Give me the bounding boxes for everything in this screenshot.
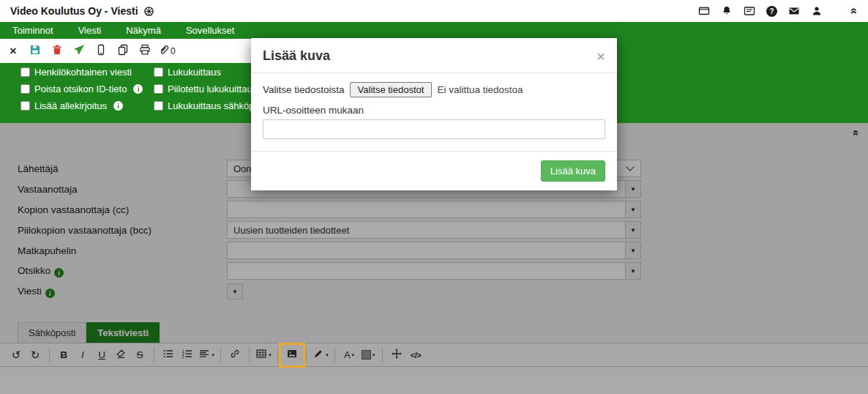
field-label: Vastaanottaja — [18, 184, 227, 195]
toolbar-separator — [249, 347, 250, 363]
image-url-input[interactable] — [263, 119, 605, 139]
align-button[interactable]: ▾ — [197, 346, 216, 364]
file-picker-label: Valitse tiedostoista — [263, 84, 345, 95]
user-icon[interactable] — [811, 5, 823, 17]
link-icon — [229, 348, 241, 362]
bold-button[interactable]: B — [54, 346, 73, 364]
dropdown-button[interactable]: ▼ — [625, 263, 640, 279]
subject-select[interactable]: ▼ — [227, 262, 641, 280]
redo-icon: ↻ — [31, 349, 40, 362]
collapse-top-icon[interactable]: « — [849, 8, 861, 15]
clear-formatting-button[interactable] — [111, 346, 130, 364]
chevron-down-icon[interactable] — [626, 163, 634, 171]
mail-icon[interactable] — [788, 5, 800, 17]
font-color-button[interactable]: A ▾ — [340, 346, 359, 364]
toolbar-separator — [277, 347, 278, 363]
file-picker-row: Valitse tiedostoista Valitse tiedostot E… — [263, 82, 605, 97]
dropdown-arrow-icon: ▼ — [630, 248, 636, 254]
checkbox[interactable] — [20, 101, 30, 111]
save-icon — [29, 44, 41, 58]
save-button[interactable] — [26, 42, 44, 60]
draw-button[interactable]: ▾ — [311, 346, 330, 364]
send-button[interactable] — [70, 42, 88, 60]
attachments-button[interactable]: 0 — [158, 42, 176, 60]
redo-button[interactable]: ↻ — [26, 346, 45, 364]
checkbox[interactable] — [154, 101, 163, 111]
attachment-count: 0 — [171, 46, 176, 56]
code-view-button[interactable]: </> — [406, 346, 425, 364]
dropdown-arrow-icon: ▼ — [630, 227, 636, 234]
dropdown-button[interactable]: ▼ — [625, 181, 640, 197]
option-lisaa-allekirjoitus[interactable]: Lisää allekirjoitus i — [20, 100, 154, 111]
display-icon[interactable] — [698, 5, 710, 17]
option-lukukuittaus[interactable]: Lukukuittaus — [154, 67, 257, 78]
align-left-icon — [198, 348, 210, 362]
print-button[interactable] — [136, 42, 154, 60]
background-color-button[interactable]: ▾ — [359, 346, 378, 364]
strikethrough-button[interactable]: S — [130, 346, 149, 364]
menu-item-viesti[interactable]: Viesti — [66, 25, 114, 36]
insert-image-dialog: Lisää kuva × Valitse tiedostoista Valits… — [251, 38, 617, 190]
option-poista-otsikon-id-tieto[interactable]: Poista otsikon ID-tieto i — [20, 83, 154, 94]
insert-image-submit-button[interactable]: Lisää kuva — [541, 160, 605, 182]
move-button[interactable] — [387, 346, 406, 364]
editor-content-area[interactable] — [0, 367, 868, 394]
choose-files-button[interactable]: Valitse tiedostot — [350, 82, 433, 97]
option-label: Henkilökohtainen viesti — [34, 67, 132, 78]
dropdown-button[interactable]: ▼ — [625, 201, 640, 218]
close-icon: × — [596, 48, 605, 64]
option-piilotettu-lukukuittaus[interactable]: Piilotettu lukukuittaus — [154, 83, 257, 94]
dialog-close-button[interactable]: × — [596, 48, 605, 64]
message-template-dropdown[interactable]: ▼ — [227, 283, 243, 300]
copy-icon — [117, 44, 129, 58]
dropdown-button[interactable]: ▼ — [625, 222, 640, 238]
bcc-select[interactable]: Uusien tuotteiden tiedotteet ▼ — [227, 221, 641, 239]
printer-icon — [139, 44, 151, 58]
checkbox[interactable] — [154, 67, 163, 77]
checkbox[interactable] — [20, 84, 30, 94]
info-icon[interactable]: i — [113, 101, 123, 111]
collapse-form-icon[interactable]: « — [850, 130, 861, 135]
menu-item-sovellukset[interactable]: Sovellukset — [173, 25, 247, 36]
insert-table-button[interactable]: ▾ — [254, 346, 273, 364]
info-icon[interactable]: i — [54, 268, 64, 278]
insert-link-button[interactable] — [225, 346, 244, 364]
dropdown-arrow-icon: ▼ — [232, 289, 238, 295]
copy-button[interactable] — [114, 42, 132, 60]
mobile-button[interactable] — [92, 42, 110, 60]
dropdown-arrow-icon: ▼ — [630, 268, 636, 275]
toolbar-separator — [154, 347, 154, 363]
caret-down-icon: ▾ — [352, 352, 355, 358]
tab-sahkoposti[interactable]: Sähköposti — [18, 322, 86, 343]
option-label: Lukukuittaus sähköp — [168, 100, 255, 111]
checkbox[interactable] — [20, 67, 30, 77]
dropdown-arrow-icon: ▼ — [630, 207, 636, 213]
option-henkilokohtainen-viesti[interactable]: Henkilökohtainen viesti — [20, 67, 154, 78]
help-icon[interactable]: ? — [766, 6, 777, 17]
toolbar-separator — [49, 347, 50, 363]
menu-item-toiminnot[interactable]: Toiminnot — [0, 25, 66, 36]
toolbar-separator — [382, 347, 383, 363]
field-label: Kopion vastaanottaja (cc) — [18, 204, 227, 215]
delete-button[interactable] — [48, 42, 66, 60]
tab-tekstiviesti[interactable]: Tekstiviesti — [86, 322, 160, 343]
italic-button[interactable]: I — [73, 346, 92, 364]
numbered-list-button[interactable]: 123 — [178, 346, 197, 364]
checkbox[interactable] — [154, 84, 163, 94]
option-lukukuittaus-sahkopostiin[interactable]: Lukukuittaus sähköp — [154, 100, 257, 111]
underline-button[interactable]: U — [92, 346, 111, 364]
dropdown-button[interactable]: ▼ — [625, 242, 640, 259]
undo-button[interactable]: ↺ — [7, 346, 26, 364]
calendar-icon[interactable] — [744, 5, 755, 17]
mobile-select[interactable]: ▼ — [227, 242, 641, 259]
bullet-list-button[interactable] — [159, 346, 178, 364]
close-message-button[interactable]: × — [4, 42, 22, 60]
info-icon[interactable]: i — [45, 289, 55, 298]
cc-select[interactable]: ▼ — [227, 201, 641, 218]
menu-item-nakyma[interactable]: Näkymä — [113, 25, 173, 36]
field-label: Otsikkoi — [18, 265, 227, 278]
bell-icon[interactable] — [721, 5, 733, 17]
insert-image-button[interactable] — [283, 346, 302, 364]
field-label: Matkapuhelin — [18, 245, 227, 256]
info-icon[interactable]: i — [133, 84, 143, 94]
